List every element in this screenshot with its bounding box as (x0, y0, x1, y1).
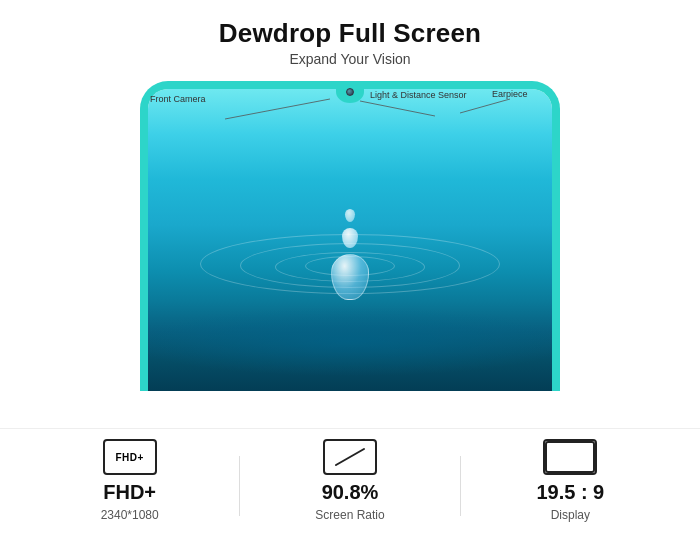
notch (336, 81, 364, 103)
display-value: 19.5 : 9 (536, 481, 604, 504)
fhd-value: FHD+ (103, 481, 156, 504)
header: Dewdrop Full Screen Expand Your Vision (219, 0, 481, 71)
page-wrapper: Dewdrop Full Screen Expand Your Vision (0, 0, 700, 536)
water-drops (331, 209, 369, 300)
display-rect (545, 441, 595, 473)
stat-fhd: FHD+ FHD+ 2340*1080 (20, 439, 239, 522)
display-icon-box (543, 439, 597, 475)
ratio-label: Screen Ratio (315, 508, 384, 522)
drop-small (345, 209, 355, 222)
stat-ratio: 90.8% Screen Ratio (240, 439, 459, 522)
fhd-sub: 2340*1080 (101, 508, 159, 522)
svg-line-6 (336, 449, 364, 465)
diagonal-line-icon (332, 445, 368, 469)
stat-display: 19.5 : 9 Display (461, 439, 680, 522)
drop-large (331, 254, 369, 300)
display-label: Display (551, 508, 590, 522)
page-title: Dewdrop Full Screen (219, 18, 481, 49)
fhd-icon-box: FHD+ (103, 439, 157, 475)
page-subtitle: Expand Your Vision (219, 51, 481, 67)
ratio-value: 90.8% (322, 481, 379, 504)
phone-area: Front Camera Light & Distance Sensor Ear… (0, 71, 700, 428)
phone-screen (148, 89, 552, 391)
ratio-icon-box (323, 439, 377, 475)
phone-frame: Front Camera Light & Distance Sensor Ear… (140, 81, 560, 391)
drop-medium (342, 228, 358, 248)
fhd-icon-label: FHD+ (115, 452, 143, 463)
front-camera (346, 88, 354, 96)
stats-bar: FHD+ FHD+ 2340*1080 90.8% Screen Ratio (0, 428, 700, 536)
